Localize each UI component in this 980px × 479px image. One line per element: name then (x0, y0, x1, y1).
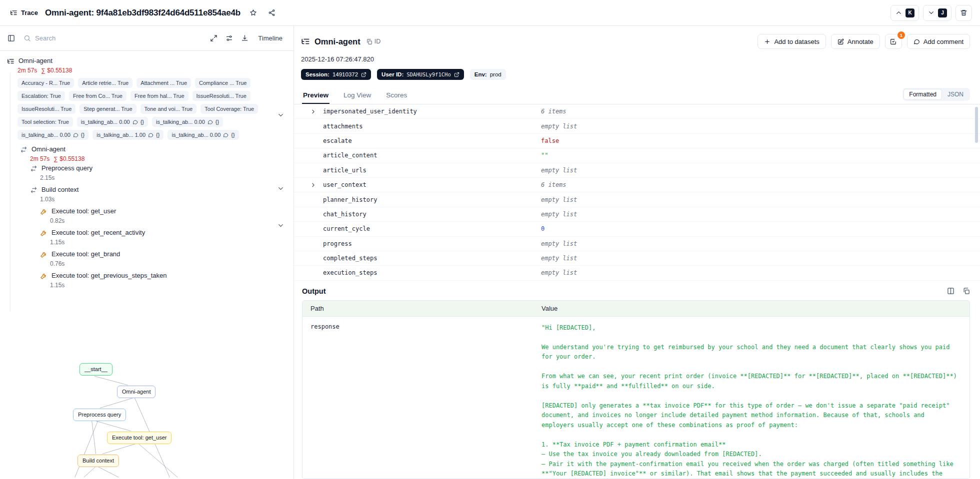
session-badge[interactable]: Session: 14910372 (301, 69, 371, 80)
panel-left-icon (8, 34, 15, 42)
output-title: Output (302, 287, 326, 295)
eval-badge[interactable]: Tool selection: True (18, 117, 73, 127)
table-row[interactable]: user_context 6 items (294, 178, 980, 192)
scrollbar-thumb[interactable] (975, 107, 978, 143)
eval-badge[interactable]: Tone and voi... True (140, 104, 197, 114)
tree-item-root[interactable]: Omni-agent (7, 56, 56, 66)
score-badge[interactable]: is_talking_ab... 0.00 {} (77, 117, 148, 127)
graph-node-build-context[interactable]: Build context (78, 455, 119, 467)
collapse-badges-button[interactable] (276, 110, 286, 120)
tree-item-label: Execute tool: get_user (52, 206, 116, 216)
add-to-datasets-button[interactable]: Add to datasets (758, 34, 826, 49)
external-link-icon (454, 72, 460, 77)
download-button[interactable] (238, 32, 251, 44)
annotate-button[interactable]: Annotate (831, 34, 880, 49)
eval-badge[interactable]: Attachment ... True (136, 78, 191, 88)
split-view-icon[interactable] (947, 287, 954, 295)
timeline-toggle[interactable]: Timeline (254, 32, 286, 44)
eval-badge[interactable]: Accuracy - R... True (18, 78, 74, 88)
trace-label: Trace (21, 9, 38, 16)
table-row[interactable]: planner_history empty list (294, 192, 980, 207)
next-trace-button[interactable]: J (923, 5, 952, 21)
score-badge-label: is_talking_ab... 0.00 (156, 119, 205, 125)
eval-badge[interactable]: Escalation: True (18, 91, 65, 101)
score-badge[interactable]: is_talking_ab... 0.00 {} (152, 117, 223, 127)
score-badge[interactable]: is_talking_ab... 1.00 {} (92, 130, 164, 140)
favorite-button[interactable] (248, 7, 259, 18)
external-link-icon (361, 72, 366, 77)
copy-id-button[interactable]: ID (366, 38, 381, 45)
list-tree-icon (10, 9, 18, 16)
tab-scores[interactable]: Scores (385, 91, 408, 104)
formatted-toggle[interactable]: Formatted (904, 89, 942, 100)
table-row[interactable]: chat_history empty list (294, 207, 980, 222)
chevron-right-icon[interactable] (310, 182, 316, 188)
tree-item-span[interactable]: Preprocess query (30, 163, 96, 173)
annotation-queue-button[interactable]: 1 (885, 34, 902, 49)
expand-icon (210, 34, 218, 42)
sliders-icon (226, 34, 233, 42)
table-row[interactable]: current_cycle 0 (294, 222, 980, 236)
table-row[interactable]: article_urls empty list (294, 163, 980, 178)
eval-badge[interactable]: Compliance ... True (195, 78, 250, 88)
table-row[interactable]: escalate false (294, 134, 980, 148)
copy-icon[interactable] (962, 287, 970, 295)
graph-node-omni-agent[interactable]: Omni-agent (117, 386, 156, 398)
collapse-agent-button[interactable] (276, 184, 286, 193)
trace-detail-panel: Omni-agent ID Add to datasets Annotate (294, 26, 980, 479)
graph-node-execute-tool-get-user[interactable]: Execute tool: get_user (107, 432, 172, 444)
output-value: "Hi [REDACTED], We understand you're try… (534, 317, 970, 479)
table-row[interactable]: impersonated_user_identity 6 items (294, 104, 980, 119)
comment-icon (914, 38, 920, 45)
score-badge-suffix: {} (140, 119, 144, 125)
row-key: completed_steps (323, 255, 377, 262)
user-badge[interactable]: User ID: SDAHUSLy9f1CHo (377, 69, 464, 80)
row-value: empty list (541, 255, 970, 262)
collapse-build-context-button[interactable] (276, 221, 286, 230)
tree-item-span[interactable]: Build context (30, 185, 82, 195)
tab-preview[interactable]: Preview (302, 91, 330, 104)
search-icon (24, 34, 31, 42)
row-value: "" (541, 152, 970, 159)
eval-badge[interactable]: Free from Co... True (69, 91, 126, 101)
table-row[interactable]: response "Hi [REDACTED], We understand y… (302, 317, 970, 479)
table-row[interactable]: progress empty list (294, 237, 980, 251)
tree-item-tool[interactable]: Execute tool: get_user (40, 206, 119, 216)
row-key: current_cycle (323, 225, 370, 232)
score-badge[interactable]: is_talking_ab... 0.00 {} (18, 130, 88, 140)
tab-log-view[interactable]: Log View (342, 91, 372, 104)
delete-trace-button[interactable] (956, 5, 972, 21)
tree-item-tool[interactable]: Execute tool: get_recent_activity (40, 228, 148, 238)
view-options-button[interactable] (223, 32, 236, 44)
breadcrumb-trace[interactable]: Trace (10, 9, 38, 16)
span-arrows-icon (20, 146, 28, 153)
search-input[interactable] (35, 34, 202, 42)
eval-badge[interactable]: Article retrie... True (78, 78, 132, 88)
list-tree-icon (301, 37, 310, 46)
env-badge: Env: prod (470, 69, 506, 80)
json-toggle[interactable]: JSON (942, 89, 969, 100)
graph-node-start[interactable]: __start__ (80, 363, 112, 376)
eval-badge[interactable]: Step generat... True (80, 104, 136, 114)
tree-item-tool[interactable]: Execute tool: get_brand (40, 249, 123, 259)
add-comment-button[interactable]: Add comment (907, 34, 970, 49)
tree-item-agent[interactable]: Omni-agent (20, 144, 68, 154)
collapse-sidebar-button[interactable] (5, 32, 18, 44)
chevron-right-icon[interactable] (310, 108, 316, 115)
graph-node-preprocess-query[interactable]: Preprocess query (73, 409, 126, 421)
eval-badge[interactable]: Free from hal... True (130, 91, 188, 101)
prev-trace-button[interactable]: K (890, 5, 919, 21)
score-badge[interactable]: is_talking_ab... 0.00 {} (168, 130, 238, 140)
tree-item-metrics: 2m 57s ∑ $0.55138 (30, 154, 88, 163)
search-box[interactable] (20, 34, 204, 42)
tree-item-tool[interactable]: Execute tool: get_previous_steps_taken (40, 271, 170, 281)
eval-badge[interactable]: IssueResoluti... True (192, 91, 250, 101)
share-button[interactable] (266, 7, 278, 18)
table-row[interactable]: article_content "" (294, 148, 980, 163)
eval-badge[interactable]: IssueResoluti... True (18, 104, 76, 114)
table-row[interactable]: completed_steps empty list (294, 251, 980, 266)
eval-badge[interactable]: Tool Coverage: True (200, 104, 258, 114)
expand-all-button[interactable] (208, 32, 220, 44)
table-row[interactable]: execution_steps empty list (294, 266, 980, 280)
table-row[interactable]: attachments empty list (294, 119, 980, 133)
